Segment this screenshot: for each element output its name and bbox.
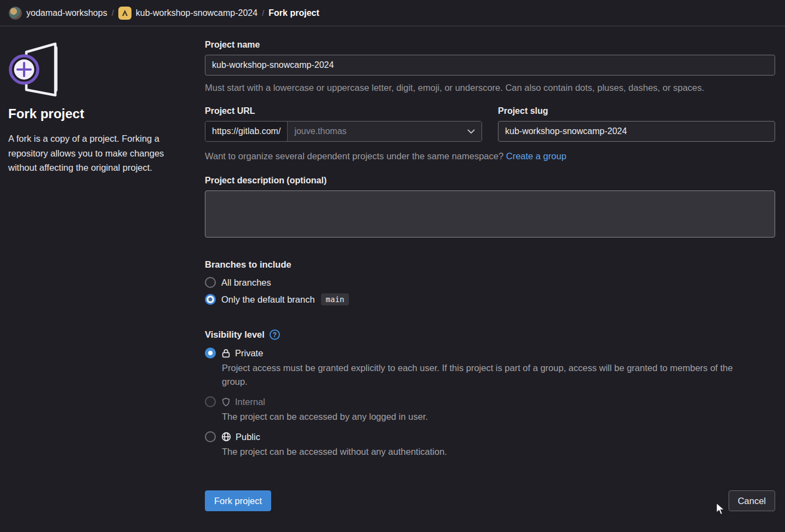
lock-icon: [221, 349, 231, 358]
fork-project-icon: [8, 40, 63, 97]
project-url-prefix: https://gitlab.com/: [205, 122, 288, 141]
fork-project-button[interactable]: Fork project: [205, 490, 271, 511]
project-avatar: [118, 7, 131, 20]
visibility-option-public[interactable]: Public The project can be accessed witho…: [205, 431, 775, 459]
chevron-down-icon: [467, 129, 475, 134]
visibility-heading: Visibility level: [205, 329, 265, 340]
breadcrumb-current: Fork project: [268, 8, 319, 18]
internal-description: The project can be accessed by any logge…: [222, 410, 750, 424]
branches-option-all[interactable]: All branches: [205, 277, 775, 288]
all-branches-radio[interactable]: [205, 277, 216, 288]
globe-icon: [221, 432, 231, 442]
breadcrumb-project-label: kub-workshop-snowcamp-2024: [136, 8, 257, 18]
default-branch-radio[interactable]: [205, 294, 216, 305]
public-label: Public: [236, 432, 260, 442]
internal-radio: [205, 396, 216, 407]
breadcrumb-group[interactable]: yodamad-workshops: [9, 7, 107, 20]
breadcrumb-project[interactable]: kub-workshop-snowcamp-2024: [118, 7, 257, 20]
project-url-group: https://gitlab.com/ jouve.thomas: [205, 121, 482, 142]
fork-form: Project name Must start with a lowercase…: [205, 40, 775, 511]
private-description: Project access must be granted explicitl…: [222, 361, 750, 389]
public-description: The project can be accessed without any …: [222, 445, 750, 459]
project-slug-label: Project slug: [498, 106, 775, 116]
project-name-input[interactable]: [205, 55, 775, 76]
default-branch-badge: main: [321, 293, 349, 305]
private-label: Private: [235, 348, 263, 358]
namespace-hint: Want to organize several dependent proje…: [205, 151, 775, 161]
fork-sidebar: Fork project A fork is a copy of a proje…: [8, 40, 189, 511]
visibility-option-private[interactable]: Private Project access must be granted e…: [205, 348, 775, 389]
namespace-hint-text: Want to organize several dependent proje…: [205, 151, 503, 161]
project-slug-input[interactable]: [498, 121, 775, 142]
branches-option-default[interactable]: Only the default branch main: [205, 293, 775, 305]
all-branches-label: All branches: [221, 277, 271, 288]
shield-icon: [221, 397, 231, 407]
project-name-label: Project name: [205, 40, 775, 50]
help-icon[interactable]: ?: [270, 329, 280, 340]
default-branch-label: Only the default branch: [221, 294, 315, 305]
visibility-option-internal: Internal The project can be accessed by …: [205, 396, 775, 424]
private-radio[interactable]: [205, 348, 216, 358]
project-name-hint: Must start with a lowercase or uppercase…: [205, 83, 775, 93]
internal-label: Internal: [235, 397, 265, 407]
breadcrumb-separator: /: [112, 8, 114, 18]
breadcrumb: yodamad-workshops / kub-workshop-snowcam…: [0, 0, 785, 26]
project-description-label: Project description (optional): [205, 176, 775, 186]
group-avatar: [9, 7, 22, 20]
fork-description: A fork is a copy of a project. Forking a…: [8, 131, 189, 175]
cancel-button[interactable]: Cancel: [729, 490, 775, 511]
page-title: Fork project: [8, 106, 189, 122]
project-description-input[interactable]: [205, 190, 775, 238]
create-group-link[interactable]: Create a group: [506, 151, 566, 161]
project-url-label: Project URL: [205, 106, 482, 116]
namespace-dropdown[interactable]: jouve.thomas: [288, 122, 482, 141]
project-avatar-glyph: [121, 9, 129, 17]
breadcrumb-separator: /: [262, 8, 264, 18]
public-radio[interactable]: [205, 431, 216, 442]
branches-heading: Branches to include: [205, 259, 775, 270]
breadcrumb-group-label: yodamad-workshops: [26, 8, 107, 18]
namespace-selected-value: jouve.thomas: [294, 126, 346, 136]
